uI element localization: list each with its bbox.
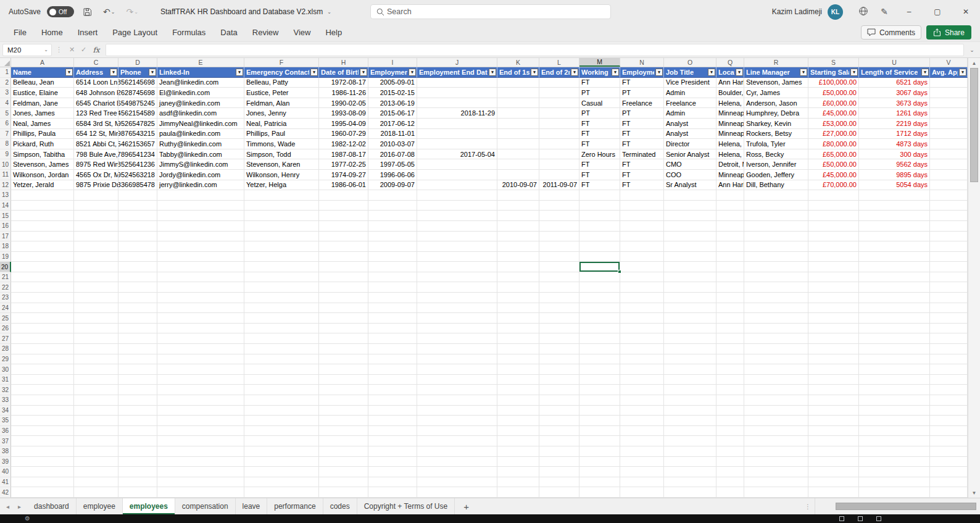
row-number-37[interactable]: 37 xyxy=(0,436,11,446)
cell-J39[interactable] xyxy=(417,457,497,467)
cell-S34[interactable] xyxy=(808,406,859,416)
cell-N26[interactable] xyxy=(620,324,664,334)
cell-R35[interactable] xyxy=(744,416,808,426)
cell-E27[interactable] xyxy=(157,333,244,344)
cell-A38[interactable] xyxy=(11,446,74,457)
filter-dropdown-icon[interactable]: ▾ xyxy=(65,69,73,76)
row-number-34[interactable]: 34 xyxy=(0,406,11,416)
cell-C38[interactable] xyxy=(74,446,118,457)
filter-dropdown-icon[interactable]: ▾ xyxy=(800,69,807,76)
column-header-L[interactable]: L xyxy=(539,58,579,67)
cell-I18[interactable] xyxy=(368,241,417,252)
cell-E19[interactable] xyxy=(157,252,244,262)
cell-C40[interactable] xyxy=(74,467,118,477)
cell-K17[interactable] xyxy=(497,232,539,242)
cell-F35[interactable] xyxy=(244,416,319,426)
cell-U15[interactable] xyxy=(859,211,930,221)
cell-K34[interactable] xyxy=(497,406,539,416)
column-header-H[interactable]: H xyxy=(319,58,368,67)
cell-S17[interactable] xyxy=(808,232,859,242)
cell-Q22[interactable] xyxy=(716,282,744,293)
cell-V39[interactable] xyxy=(930,457,968,467)
cell-S11[interactable]: £45,000.00 xyxy=(808,170,859,180)
filter-dropdown-icon[interactable]: ▾ xyxy=(612,69,619,76)
cell-C7[interactable]: 654 12 St, Min xyxy=(74,129,118,140)
cell-K7[interactable] xyxy=(497,129,539,140)
cell-S36[interactable] xyxy=(808,426,859,437)
cell-H36[interactable] xyxy=(319,426,368,437)
cell-H24[interactable] xyxy=(319,303,368,314)
cell-U41[interactable] xyxy=(859,477,930,488)
cell-Q5[interactable]: Minneap xyxy=(716,108,744,119)
cell-F4[interactable]: Feldman, Alan xyxy=(244,98,319,109)
cell-S8[interactable]: £80,000.00 xyxy=(808,139,859,149)
cell-U42[interactable] xyxy=(859,487,930,498)
row-number-11[interactable]: 11 xyxy=(0,170,11,180)
cell-N37[interactable] xyxy=(620,436,664,446)
cell-V33[interactable] xyxy=(930,395,968,406)
save-icon[interactable] xyxy=(80,7,94,17)
cell-J7[interactable] xyxy=(417,129,497,140)
cell-V4[interactable] xyxy=(930,98,968,109)
sheet-tab-copyright-terms-of-use[interactable]: Copyright + Terms of Use xyxy=(357,498,455,514)
cell-D9[interactable]: 7896541234 xyxy=(118,149,157,160)
cell-C16[interactable] xyxy=(74,221,118,232)
cell-N39[interactable] xyxy=(620,457,664,467)
cell-N25[interactable] xyxy=(620,313,664,324)
cell-M39[interactable] xyxy=(579,457,620,467)
cell-I10[interactable]: 1997-05-05 xyxy=(368,159,417,170)
cell-Q3[interactable]: Boulder, xyxy=(716,88,744,98)
cell-D28[interactable] xyxy=(118,344,157,354)
filter-dropdown-icon[interactable]: ▾ xyxy=(110,69,117,76)
cell-S30[interactable] xyxy=(808,364,859,375)
cell-K10[interactable] xyxy=(497,159,539,170)
pen-icon[interactable]: ✎ xyxy=(874,7,895,17)
cell-U23[interactable] xyxy=(859,293,930,303)
cell-D17[interactable] xyxy=(118,232,157,242)
cell-Q36[interactable] xyxy=(716,426,744,437)
menu-tab-data[interactable]: Data xyxy=(213,23,244,42)
cell-R31[interactable] xyxy=(744,375,808,385)
cell-Q25[interactable] xyxy=(716,313,744,324)
cell-I23[interactable] xyxy=(368,293,417,303)
cell-A25[interactable] xyxy=(11,313,74,324)
row-number-21[interactable]: 21 xyxy=(0,272,11,283)
row-number-14[interactable]: 14 xyxy=(0,201,11,211)
cell-R3[interactable]: Cyr, James xyxy=(744,88,808,98)
cell-S35[interactable] xyxy=(808,416,859,426)
cell-V22[interactable] xyxy=(930,282,968,293)
cell-O41[interactable] xyxy=(664,477,716,488)
row-number-24[interactable]: 24 xyxy=(0,303,11,314)
cell-K3[interactable] xyxy=(497,88,539,98)
cell-K23[interactable] xyxy=(497,293,539,303)
cell-I37[interactable] xyxy=(368,436,417,446)
cell-V9[interactable] xyxy=(930,149,968,160)
cell-C37[interactable] xyxy=(74,436,118,446)
cell-M6[interactable]: FT xyxy=(579,119,620,129)
cell-R24[interactable] xyxy=(744,303,808,314)
cell-R19[interactable] xyxy=(744,252,808,262)
cell-M13[interactable] xyxy=(579,190,620,201)
cell-L35[interactable] xyxy=(539,416,579,426)
cell-K36[interactable] xyxy=(497,426,539,437)
cell-L15[interactable] xyxy=(539,211,579,221)
cell-J4[interactable] xyxy=(417,98,497,109)
cell-M33[interactable] xyxy=(579,395,620,406)
cell-J33[interactable] xyxy=(417,395,497,406)
cell-I4[interactable]: 2013-06-19 xyxy=(368,98,417,109)
cell-V8[interactable] xyxy=(930,139,968,149)
cell-L17[interactable] xyxy=(539,232,579,242)
cell-A6[interactable]: Neal, James xyxy=(11,119,74,129)
column-header-O[interactable]: O xyxy=(664,58,716,67)
cell-D22[interactable] xyxy=(118,282,157,293)
cell-E35[interactable] xyxy=(157,416,244,426)
cell-S29[interactable] xyxy=(808,354,859,365)
cell-Q26[interactable] xyxy=(716,324,744,334)
cell-V30[interactable] xyxy=(930,364,968,375)
cell-H38[interactable] xyxy=(319,446,368,457)
formula-input[interactable] xyxy=(106,44,964,56)
cell-U4[interactable]: 3673 days xyxy=(859,98,930,109)
cell-F7[interactable]: Phillips, Paul xyxy=(244,129,319,140)
cell-E42[interactable] xyxy=(157,487,244,498)
cell-C34[interactable] xyxy=(74,406,118,416)
